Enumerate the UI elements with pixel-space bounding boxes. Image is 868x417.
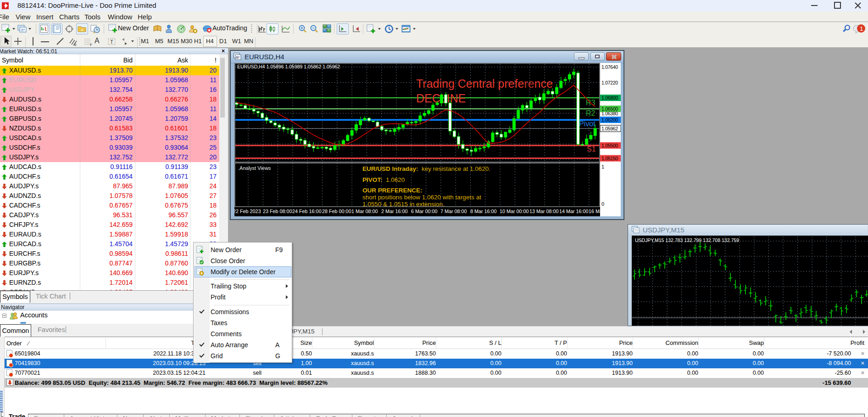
svg-text:E: E bbox=[74, 43, 77, 46]
svg-text:M: M bbox=[236, 56, 239, 59]
svg-text:short positions below 1.0620 w: short positions below 1.0620 with target… bbox=[362, 194, 481, 201]
svg-text:6 Mar 00:00: 6 Mar 00:00 bbox=[411, 208, 438, 214]
svg-text:13 Mar 08:00: 13 Mar 08:00 bbox=[529, 208, 559, 214]
svg-text:8 Mar 16:00: 8 Mar 16:00 bbox=[470, 208, 497, 214]
svg-text:.Analyst Views: .Analyst Views bbox=[238, 165, 271, 171]
svg-text:EUR/USD Intraday: key resista: EUR/USD Intraday: key resistance at 1.06… bbox=[362, 165, 490, 172]
svg-text:1.0550 & 1.0515 in extension.: 1.0550 & 1.0515 in extension. bbox=[362, 201, 445, 208]
svg-text:1 Mar 08:00: 1 Mar 08:00 bbox=[351, 208, 378, 214]
svg-text:7 Mar 08:00: 7 Mar 08:00 bbox=[440, 208, 467, 214]
svg-text:1.06800: 1.06800 bbox=[601, 95, 618, 101]
svg-text:1: 1 bbox=[601, 164, 604, 169]
svg-text:R2: R2 bbox=[586, 109, 595, 117]
svg-text:1.05500: 1.05500 bbox=[601, 143, 618, 148]
svg-text:PIVOT: 1.0620: PIVOT: 1.0620 bbox=[362, 176, 405, 183]
svg-text:S1: S1 bbox=[587, 145, 596, 153]
svg-text:EURUSD,H4 1.05896 1.05989 1.0: EURUSD,H4 1.05896 1.05989 1.05862 1.0596… bbox=[237, 64, 340, 69]
svg-text:10 Mar 00:00: 10 Mar 00:00 bbox=[500, 208, 529, 214]
svg-text:1.05150: 1.05150 bbox=[601, 156, 618, 161]
svg-text:OUR PREFERENCE:: OUR PREFERENCE: bbox=[362, 187, 423, 194]
svg-text:28 Feb 00:00: 28 Feb 00:00 bbox=[322, 208, 351, 214]
svg-text:1.05962: 1.05962 bbox=[601, 126, 618, 131]
svg-text:16 Mar 00:00: 16 Mar 00:00 bbox=[589, 208, 618, 214]
svg-text:14 Mar 16:00: 14 Mar 16:00 bbox=[559, 208, 589, 214]
svg-text:2 Mar 16:00: 2 Mar 16:00 bbox=[381, 208, 408, 214]
svg-text:22 Feb 2023: 22 Feb 2023 bbox=[234, 208, 261, 214]
svg-text:1.07220: 1.07220 bbox=[601, 80, 618, 85]
svg-text:23 Feb 08:00: 23 Feb 08:00 bbox=[263, 208, 292, 214]
svg-text:1: 1 bbox=[860, 25, 863, 32]
svg-text:T: T bbox=[110, 39, 113, 45]
svg-text:1.06200: 1.06200 bbox=[601, 117, 618, 123]
svg-text:0: 0 bbox=[601, 201, 604, 207]
svg-text:1.06380: 1.06380 bbox=[601, 111, 618, 116]
svg-text:F: F bbox=[90, 43, 92, 46]
svg-text:24 Feb 16:00: 24 Feb 16:00 bbox=[292, 208, 322, 214]
svg-text:Pivot: Pivot bbox=[579, 120, 595, 128]
svg-text:1.07640: 1.07640 bbox=[601, 64, 618, 70]
svg-text:Trading Central preference: Trading Central preference bbox=[416, 77, 553, 90]
svg-text:USDJPY,M15 132.783 132.799 13: USDJPY,M15 132.783 132.799 132.708 132.7… bbox=[635, 237, 739, 243]
